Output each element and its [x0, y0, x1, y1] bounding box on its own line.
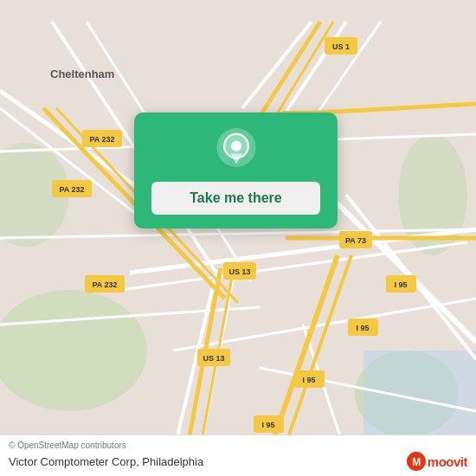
location-pin-icon [214, 128, 259, 173]
map-container: US 1 US 1 PA 232 PA 232 PA 232 US 13 US … [0, 0, 476, 476]
svg-text:I 95: I 95 [261, 421, 274, 429]
map-background: US 1 US 1 PA 232 PA 232 PA 232 US 13 US … [0, 0, 476, 476]
svg-text:PA 73: PA 73 [345, 236, 366, 245]
moovit-label: moovit [428, 454, 467, 469]
copyright-text: © OpenStreetMap contributors [9, 441, 467, 450]
take-me-there-button[interactable]: Take me there [151, 182, 320, 215]
svg-text:PA 232: PA 232 [59, 185, 84, 194]
svg-text:I 95: I 95 [356, 324, 369, 332]
svg-text:I 95: I 95 [394, 280, 407, 289]
location-name-text: Victor Comptometer Corp, Philadelphia [9, 455, 203, 468]
location-card: Take me there [134, 113, 338, 228]
svg-point-62 [230, 141, 241, 151]
svg-text:I 95: I 95 [302, 376, 315, 384]
svg-text:US 13: US 13 [228, 267, 250, 276]
svg-text:US 1: US 1 [332, 42, 350, 51]
svg-text:US 13: US 13 [203, 354, 224, 363]
bottom-bar: © OpenStreetMap contributors Victor Comp… [0, 434, 476, 476]
moovit-logo: M moovit [407, 452, 467, 471]
svg-text:PA 232: PA 232 [89, 135, 114, 144]
location-info-row: Victor Comptometer Corp, Philadelphia M … [9, 452, 467, 471]
moovit-logo-icon: M [407, 452, 426, 471]
svg-text:M: M [412, 456, 421, 468]
svg-text:PA 232: PA 232 [92, 280, 117, 289]
svg-text:Cheltenham: Cheltenham [50, 68, 114, 80]
